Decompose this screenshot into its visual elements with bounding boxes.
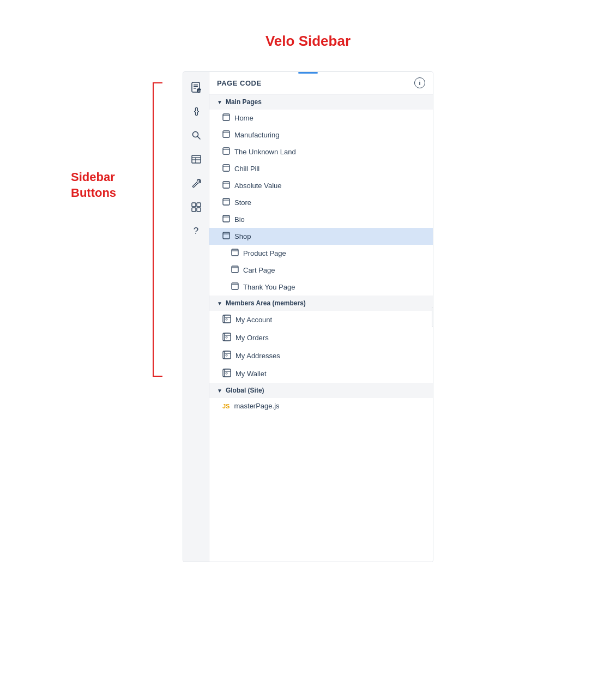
list-item-my-wallet[interactable]: My Wallet bbox=[209, 365, 433, 383]
section-header-members[interactable]: ▼ Members Area (members) bbox=[209, 296, 433, 311]
list-item-the-unknown-land[interactable]: The Unknown Land bbox=[209, 143, 433, 160]
section-label-main-pages: Main Pages bbox=[226, 98, 262, 106]
page-name-my-addresses: My Addresses bbox=[235, 352, 280, 360]
list-item-cart-page[interactable]: Cart Page bbox=[209, 262, 433, 279]
svg-rect-22 bbox=[223, 165, 230, 171]
svg-rect-8 bbox=[192, 155, 201, 163]
chevron-down-icon-members: ▼ bbox=[217, 300, 222, 306]
svg-rect-3 bbox=[194, 88, 196, 89]
page-name-chill-pill: Chill Pill bbox=[234, 165, 259, 173]
svg-rect-36 bbox=[232, 283, 238, 290]
list-item-master-page[interactable]: JS masterPage.js bbox=[209, 398, 433, 414]
page-icon-cart-page bbox=[231, 266, 239, 275]
page-icon-bio bbox=[222, 215, 230, 224]
svg-rect-18 bbox=[223, 131, 230, 137]
list-item-my-account[interactable]: My Account bbox=[209, 311, 433, 329]
page-name-master-page: masterPage.js bbox=[234, 402, 279, 410]
page-icon-home bbox=[222, 113, 230, 123]
sidebar-bracket-decoration bbox=[153, 82, 162, 377]
page-icon-my-account bbox=[222, 315, 231, 325]
panel-header-title: PAGE CODE bbox=[217, 79, 262, 87]
content-panel: PAGE CODE i ▼ Main Pages Home bbox=[209, 72, 433, 562]
icon-button-curly-braces[interactable]: {} bbox=[185, 100, 207, 122]
list-item-manufacturing[interactable]: Manufacturing bbox=[209, 126, 433, 143]
svg-rect-1 bbox=[194, 85, 198, 86]
page-name-product-page: Product Page bbox=[243, 249, 286, 257]
svg-rect-30 bbox=[223, 232, 230, 239]
list-item-home[interactable]: Home bbox=[209, 110, 433, 126]
svg-rect-32 bbox=[232, 249, 238, 256]
list-item-absolute-value[interactable]: Absolute Value bbox=[209, 177, 433, 194]
page-icon-store bbox=[222, 198, 230, 207]
svg-rect-15 bbox=[197, 208, 201, 212]
icon-button-help[interactable]: ? bbox=[185, 220, 207, 242]
page-icon-thank-you-page bbox=[231, 282, 239, 292]
panel-header: PAGE CODE i bbox=[209, 72, 433, 94]
page-name-my-account: My Account bbox=[235, 316, 272, 324]
page-icon-chill-pill bbox=[222, 164, 230, 173]
list-item-bio[interactable]: Bio bbox=[209, 211, 433, 228]
page-icon-absolute-value bbox=[222, 181, 230, 190]
svg-rect-28 bbox=[223, 215, 230, 222]
svg-rect-16 bbox=[223, 114, 230, 120]
page-icon-shop bbox=[222, 232, 230, 241]
section-members-area: ▼ Members Area (members) My Account bbox=[209, 296, 433, 383]
page-name-bio: Bio bbox=[234, 215, 245, 224]
page-name-thank-you-page: Thank You Page bbox=[243, 283, 295, 291]
icon-sidebar: </> {} bbox=[183, 72, 209, 562]
section-header-main-pages[interactable]: ▼ Main Pages bbox=[209, 94, 433, 110]
page-icon-manufacturing bbox=[222, 130, 230, 140]
list-item-shop[interactable]: Shop bbox=[209, 228, 433, 245]
page-icon-my-addresses bbox=[222, 351, 231, 361]
page-name-absolute-value: Absolute Value bbox=[234, 182, 282, 190]
page-name-the-unknown-land: The Unknown Land bbox=[234, 148, 296, 156]
list-item-my-orders[interactable]: My Orders bbox=[209, 329, 433, 347]
section-main-pages: ▼ Main Pages Home Manufacturing bbox=[209, 94, 433, 296]
page-name-cart-page: Cart Page bbox=[243, 266, 275, 274]
icon-button-search[interactable] bbox=[185, 124, 207, 146]
svg-rect-20 bbox=[223, 148, 230, 154]
info-icon-button[interactable]: i bbox=[414, 77, 425, 88]
tab-indicator bbox=[298, 72, 318, 74]
svg-rect-34 bbox=[232, 266, 238, 273]
svg-rect-24 bbox=[223, 182, 230, 188]
svg-text:</>: </> bbox=[198, 89, 202, 93]
icon-button-tools[interactable] bbox=[185, 172, 207, 194]
svg-rect-12 bbox=[192, 203, 196, 207]
list-item-thank-you-page[interactable]: Thank You Page bbox=[209, 279, 433, 296]
list-item-my-addresses[interactable]: My Addresses bbox=[209, 347, 433, 365]
list-item-product-page[interactable]: Product Page bbox=[209, 245, 433, 262]
list-item-store[interactable]: Store bbox=[209, 194, 433, 211]
chevron-down-icon-main: ▼ bbox=[217, 99, 222, 105]
page-name-store: Store bbox=[234, 198, 251, 207]
page-title: Velo Sidebar bbox=[0, 0, 616, 71]
svg-rect-26 bbox=[223, 198, 230, 205]
collapse-handle[interactable]: ‹ bbox=[432, 307, 433, 327]
section-label-global: Global (Site) bbox=[226, 387, 264, 394]
page-name-my-wallet: My Wallet bbox=[235, 370, 267, 378]
svg-rect-14 bbox=[192, 208, 196, 212]
page-name-my-orders: My Orders bbox=[235, 334, 269, 342]
chevron-down-icon-global: ▼ bbox=[217, 388, 222, 394]
svg-line-7 bbox=[197, 137, 200, 140]
page-icon-my-orders bbox=[222, 333, 231, 343]
svg-rect-2 bbox=[194, 86, 198, 87]
page-name-manufacturing: Manufacturing bbox=[234, 131, 279, 139]
sidebar-label: Sidebar Buttons bbox=[71, 170, 116, 201]
section-global-site: ▼ Global (Site) JS masterPage.js bbox=[209, 383, 433, 414]
page-name-shop: Shop bbox=[234, 232, 251, 240]
section-header-global[interactable]: ▼ Global (Site) bbox=[209, 383, 433, 398]
icon-button-components[interactable] bbox=[185, 196, 207, 218]
list-item-chill-pill[interactable]: Chill Pill bbox=[209, 160, 433, 177]
icon-button-page-code[interactable]: </> bbox=[185, 76, 207, 98]
page-name-home: Home bbox=[234, 114, 253, 122]
page-icon-my-wallet bbox=[222, 369, 231, 379]
svg-rect-13 bbox=[197, 203, 201, 207]
page-icon-the-unknown-land bbox=[222, 147, 230, 156]
section-label-members: Members Area (members) bbox=[226, 299, 306, 307]
js-icon-master-page: JS bbox=[222, 403, 230, 409]
page-icon-product-page bbox=[231, 249, 239, 258]
icon-button-database[interactable] bbox=[185, 148, 207, 170]
velo-panel: </> {} bbox=[183, 71, 433, 562]
